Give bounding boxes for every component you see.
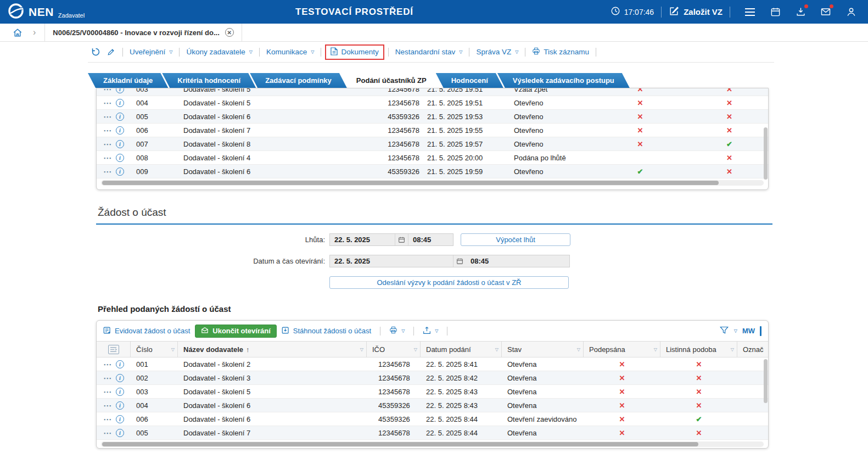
table-row[interactable]: ⋯ i 006 Dodavatel - školení 7 12345678 2… [97,124,768,137]
tab-kriteria-hodnoceni[interactable]: Kritéria hodnocení [162,73,256,88]
info-icon[interactable]: i [116,388,124,396]
open-record-tab[interactable]: N006/25/V00004860 - Inovace v rozvoji ří… [44,24,242,41]
messages-button[interactable] [819,7,832,17]
stahnout-zadosti-button[interactable]: Stáhnout žádosti o účast [282,326,371,336]
row-menu-icon[interactable]: ⋯ [103,360,111,368]
table-row[interactable]: ⋯ i 001 Dodavatel - školení 2 12345678 2… [97,357,768,371]
tab-zadavaci-podminky[interactable]: Zadávací podmínky [250,73,347,88]
vypocet-lhut-button[interactable]: Výpočet lhůt [461,233,570,246]
toolbar-item-ukony-zadavatele[interactable]: Úkony zadavatele▽ [183,47,255,57]
column-header-podepsana[interactable]: Podepsána▽ [584,342,660,357]
table-row[interactable]: ⋯ i 007 Dodavatel - školení 8 12345678 2… [97,137,768,151]
row-menu-icon[interactable]: ⋯ [103,88,111,93]
row-menu-icon[interactable]: ⋯ [103,140,111,148]
downloads-button[interactable] [794,7,807,17]
export-button[interactable]: ▽ [423,326,438,336]
oteviranie-date-value[interactable]: 22. 5. 2025 [330,255,453,267]
brand[interactable]: NEN Zadavatel [8,0,85,24]
row-menu-icon[interactable]: ⋯ [103,167,111,176]
vertical-scrollbar[interactable] [764,359,768,425]
table-row[interactable]: ⋯ i 005 Dodavatel - školení 6 45359326 2… [97,110,768,124]
lhuta-date-value[interactable]: 22. 5. 2025 [330,234,395,245]
column-header-cislo[interactable]: Číslo▽ [131,342,178,357]
scrollbar-thumb[interactable] [764,127,768,180]
info-icon[interactable]: i [116,88,124,93]
user-profile-button[interactable] [844,7,858,17]
scrollbar-thumb[interactable] [102,181,719,185]
history-icon[interactable] [91,47,100,57]
create-vz-button[interactable]: Založit VZ [669,6,723,18]
table-row[interactable]: ⋯ i 008 Dodavatel - školení 4 12345678 2… [97,151,768,165]
filter-chevron-icon[interactable]: ▽ [729,347,734,352]
toolbar-item-nestandardni-stav[interactable]: Nestandardní stav▽ [393,47,466,57]
tab-podani-ucastniku-zp[interactable]: Podání účastníků ZP [341,72,442,88]
horizontal-scrollbar[interactable] [101,180,764,186]
tab-hodnoceni[interactable]: Hodnocení [436,73,503,88]
scrollbar-thumb[interactable] [102,442,698,446]
calendar-icon[interactable] [453,255,466,267]
sort-ascending-icon[interactable]: ↑ [246,345,250,354]
info-icon[interactable]: i [116,113,124,121]
table-row[interactable]: ⋯ i 009 Dodavatel - školení 6 45359326 2… [97,165,768,178]
menu-button[interactable] [743,8,757,16]
toolbar-item-uverejneni[interactable]: Uveřejnění▽ [127,47,175,57]
lhuta-time-value[interactable]: 08:45 [408,234,453,245]
info-icon[interactable]: i [116,99,124,107]
row-menu-icon[interactable]: ⋯ [103,388,111,396]
column-header-ico[interactable]: IČO▽ [367,342,421,357]
column-header-datum-podani[interactable]: Datum podání▽ [421,342,502,357]
info-icon[interactable]: i [116,374,124,382]
table-row[interactable]: ⋯ i 006 Dodavatel - školení 6 45359326 2… [97,412,768,426]
column-header-oznaceni[interactable]: Označ [737,342,768,357]
table-row[interactable]: ⋯ i 004 Dodavatel - školení 5 12345678 2… [97,96,768,110]
tab-zakladni-udaje[interactable]: Základní údaje [88,73,168,88]
lhuta-datetime-input[interactable]: 22. 5. 2025 08:45 [329,233,453,246]
filter-chevron-icon[interactable]: ▽ [412,347,417,352]
column-header-nazev-dodavatele[interactable]: Název dodavatele↑▽ [178,342,367,357]
info-icon[interactable]: i [116,429,124,437]
home-icon[interactable] [12,27,23,38]
oteviranie-datetime-input[interactable]: 22. 5. 2025 08:45 [329,255,570,267]
table-row[interactable]: ⋯ i 005 Dodavatel - školení 7 12345678 2… [97,426,768,440]
chevron-down-icon[interactable]: ▽ [734,328,737,333]
odeslani-vyzvy-button[interactable]: Odeslání výzvy k podání žádosti o účast … [329,276,569,289]
toolbar-item-sprava-vz[interactable]: Správa VZ▽ [473,47,521,57]
table-row[interactable]: ⋯ i 003 Dodavatel - školení 5 12345678 2… [97,385,768,399]
filter-chevron-icon[interactable]: ▽ [358,347,363,352]
evidovat-zadost-button[interactable]: Evidovat žádost o účast [103,326,190,336]
oteviranie-time-value[interactable]: 08:45 [466,255,569,267]
info-icon[interactable]: i [116,154,124,162]
row-menu-icon[interactable]: ⋯ [103,415,111,423]
row-menu-icon[interactable]: ⋯ [103,99,111,107]
row-menu-icon[interactable]: ⋯ [103,113,111,121]
filter-chevron-icon[interactable]: ▽ [652,347,657,352]
filter-chevron-icon[interactable]: ▽ [169,347,175,352]
filter-icon[interactable] [720,326,729,336]
vertical-scrollbar[interactable] [764,90,768,180]
info-icon[interactable]: i [116,360,124,368]
tab-vysledek-zadavaciho-postupu[interactable]: Výsledek zadávacího postupu [497,73,630,88]
table-row[interactable]: ⋯ i 004 Dodavatel - školení 6 45359326 2… [97,399,768,412]
filter-chevron-icon[interactable]: ▽ [493,347,499,352]
row-menu-icon[interactable]: ⋯ [103,374,111,382]
row-menu-icon[interactable]: ⋯ [103,401,111,410]
table-row[interactable]: ⋯ i 003 Dodavatel - školení 5 12345678 2… [97,88,768,96]
toolbar-item-tisk-zaznamu[interactable]: Tisk záznamu [529,46,592,58]
ukoncit-oteviranie-button[interactable]: Ukončit otevírání [195,325,276,338]
row-menu-icon[interactable]: ⋯ [103,429,111,437]
close-icon[interactable]: ✕ [225,28,234,37]
column-header-stav[interactable]: Stav▽ [502,342,584,357]
info-icon[interactable]: i [116,415,124,423]
column-header-listinna-podoba[interactable]: Listinná podoba▽ [660,342,737,357]
calendar-button[interactable] [769,7,782,17]
table-settings-icon[interactable] [108,345,119,354]
horizontal-scrollbar[interactable] [101,441,764,447]
row-menu-icon[interactable]: ⋯ [103,126,111,135]
saved-view-label[interactable]: MW [742,327,755,335]
row-menu-icon[interactable]: ⋯ [103,154,111,162]
pinned-column-divider[interactable] [760,326,761,336]
toolbar-item-dokumenty[interactable]: Dokumenty [325,44,384,60]
table-row[interactable]: ⋯ i 002 Dodavatel - školení 3 12345678 2… [97,371,768,385]
print-button[interactable]: ▽ [389,326,405,336]
info-icon[interactable]: i [116,167,124,176]
